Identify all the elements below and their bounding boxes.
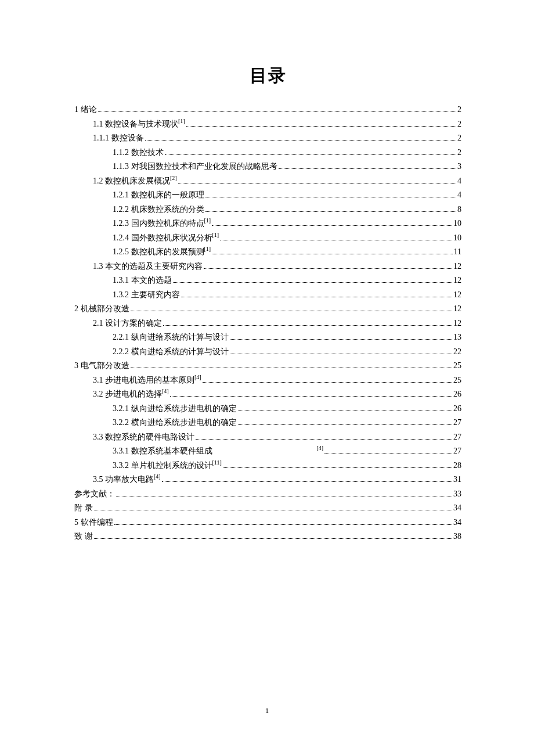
toc-page-number: 2 (457, 103, 461, 117)
toc-label: 1.2.3 国内数控机床的特点[1] (113, 217, 211, 231)
toc-entry: 3.3.1 数控系统基本硬件组成[4]27 (74, 444, 461, 459)
toc-leader-dots (186, 126, 456, 127)
toc-page-number: 34 (453, 516, 461, 530)
toc-page-number: 22 (453, 345, 461, 359)
toc-entry: 附 录34 (74, 501, 461, 516)
toc-leader-dots (173, 282, 453, 283)
toc-page-number: 26 (453, 387, 461, 402)
toc-leader-dots (230, 354, 453, 354)
toc-label: 2 机械部分改造 (74, 302, 129, 316)
toc-page-number: 13 (453, 330, 461, 345)
toc-leader-dots (165, 154, 457, 155)
toc-label: 1.2.4 国外数控机床状况分析[1] (113, 231, 219, 246)
toc-leader-dots (163, 325, 452, 326)
toc-label: 1.2.2 机床数控系统的分类 (113, 203, 204, 217)
toc-label: 3.3.2 单片机控制系统的设计[11] (113, 459, 222, 473)
toc-label: 3.1 步进电机选用的基本原则[4] (93, 373, 201, 388)
toc-leader-dots (203, 382, 452, 383)
toc-label: 3.3.1 数控系统基本硬件组成[4] (113, 444, 323, 459)
toc-leader-dots (230, 339, 453, 340)
toc-leader-dots (205, 197, 457, 197)
toc-page-number: 2 (457, 146, 461, 160)
toc-label: 1 绪论 (74, 103, 97, 117)
toc-entry: 2.2.2 横向进给系统的计算与设计22 (74, 345, 461, 359)
toc-entry: 1.2.3 国内数控机床的特点[1]10 (74, 217, 461, 231)
toc-label: 致 谢 (74, 530, 93, 544)
toc-page-number: 27 (453, 416, 461, 430)
toc-label: 3.2 步进电机的选择[4] (93, 387, 169, 402)
toc-entry: 致 谢38 (74, 530, 461, 544)
toc-page-number: 11 (454, 245, 461, 260)
toc-page-number: 12 (453, 288, 461, 303)
toc-page-number: 4 (457, 174, 461, 189)
toc-entry: 1.1 数控设备与技术现状[1]2 (74, 117, 461, 132)
toc-page-number: 31 (453, 473, 461, 487)
toc-entry: 1.2.4 国外数控机床状况分析[1]10 (74, 231, 461, 246)
page-number: 1 (0, 706, 534, 715)
toc-page-number: 25 (453, 359, 461, 373)
toc-label: 1.1.2 数控技术 (113, 146, 164, 160)
table-of-contents: 1 绪论21.1 数控设备与技术现状[1]21.1.1 数控设备21.1.2 数… (74, 103, 461, 544)
toc-leader-dots (114, 524, 453, 525)
toc-page-number: 34 (453, 501, 461, 516)
toc-label: 3.2.2 横向进给系统步进电机的确定 (113, 416, 237, 430)
toc-entry: 2.2.1 纵向进给系统的计算与设计13 (74, 330, 461, 345)
toc-leader-dots (178, 183, 456, 183)
toc-leader-dots (94, 510, 453, 510)
toc-leader-dots (196, 439, 452, 440)
toc-label: 3.5 功率放大电路[4] (93, 473, 161, 487)
toc-page-number: 8 (457, 203, 461, 217)
toc-page-number: 12 (453, 302, 461, 316)
toc-label: 1.3 本文的选题及主要研究内容 (93, 260, 203, 274)
toc-label: 附 录 (74, 501, 93, 516)
toc-page-number: 10 (453, 217, 461, 231)
toc-label: 2.2.1 纵向进给系统的计算与设计 (113, 330, 229, 345)
toc-leader-dots (131, 368, 453, 368)
toc-page-number: 27 (453, 430, 461, 445)
toc-entry: 3.3 数控系统的硬件电路设计27 (74, 430, 461, 445)
toc-entry: 1 绪论2 (74, 103, 461, 117)
toc-label: 1.2 数控机床发展概况[2] (93, 174, 177, 189)
page-title: 目录 (74, 64, 461, 88)
toc-leader-dots (204, 268, 452, 269)
toc-entry: 3.1 步进电机选用的基本原则[4]25 (74, 373, 461, 388)
toc-leader-dots (205, 211, 457, 212)
toc-leader-dots (116, 496, 452, 496)
toc-entry: 3.2 步进电机的选择[4]26 (74, 387, 461, 402)
toc-entry: 5 软件编程34 (74, 516, 461, 530)
toc-entry: 2.1 设计方案的确定12 (74, 316, 461, 331)
toc-leader-dots (223, 467, 452, 468)
toc-leader-dots (212, 254, 452, 254)
toc-leader-dots (170, 396, 452, 397)
toc-page-number: 3 (457, 160, 461, 174)
toc-entry: 1.1.3 对我国数控技术和产业化发展的战略思考3 (74, 160, 461, 174)
toc-label: 1.2.1 数控机床的一般原理 (113, 188, 204, 203)
toc-leader-dots (324, 453, 452, 453)
toc-page-number: 12 (453, 273, 461, 288)
toc-leader-dots (238, 424, 453, 425)
toc-page-number: 25 (453, 373, 461, 388)
toc-label: 1.1 数控设备与技术现状[1] (93, 117, 185, 132)
toc-page-number: 28 (453, 459, 461, 473)
toc-page-number: 4 (457, 188, 461, 203)
toc-label: 1.1.3 对我国数控技术和产业化发展的战略思考 (113, 160, 277, 174)
toc-entry: 3 电气部分改造25 (74, 359, 461, 373)
toc-entry: 1.3 本文的选题及主要研究内容12 (74, 260, 461, 274)
toc-entry: 1.2.5 数控机床的发展预测[1]11 (74, 245, 461, 260)
toc-leader-dots (162, 481, 452, 482)
toc-leader-dots (279, 168, 457, 169)
toc-page-number: 33 (453, 487, 461, 502)
toc-entry: 1.3.2 主要研究内容12 (74, 288, 461, 303)
toc-entry: 3.5 功率放大电路[4]31 (74, 473, 461, 487)
toc-entry: 1.2.2 机床数控系统的分类8 (74, 203, 461, 217)
toc-label: 2.2.2 横向进给系统的计算与设计 (113, 345, 229, 359)
toc-entry: 3.2.1 纵向进给系统步进电机的确定26 (74, 402, 461, 416)
toc-label: 3 电气部分改造 (74, 359, 129, 373)
toc-entry: 1.2.1 数控机床的一般原理4 (74, 188, 461, 203)
toc-entry: 1.2 数控机床发展概况[2]4 (74, 174, 461, 189)
toc-entry: 1.1.2 数控技术2 (74, 146, 461, 160)
toc-page-number: 12 (453, 316, 461, 331)
toc-leader-dots (98, 111, 457, 112)
toc-entry: 3.3.2 单片机控制系统的设计[11]28 (74, 459, 461, 473)
toc-leader-dots (145, 140, 457, 141)
